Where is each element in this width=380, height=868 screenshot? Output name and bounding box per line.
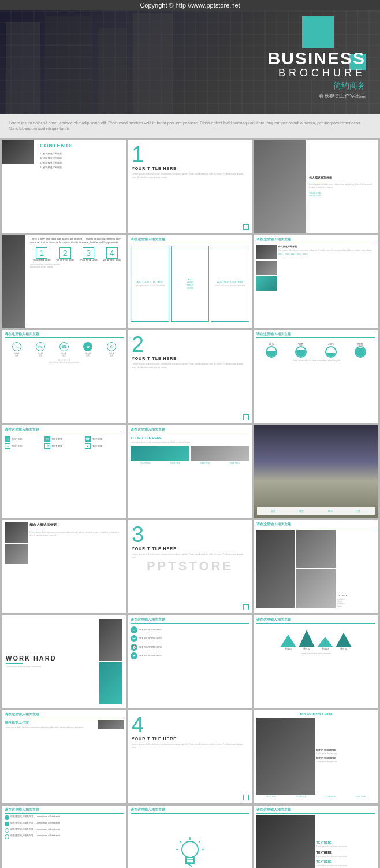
s9-c4-fill <box>356 348 365 357</box>
s8-title: YOUR TITLE HERE <box>132 357 248 361</box>
s20-lorem: Lorem ipsum dolor sit amet, consectetur … <box>132 743 248 750</box>
s9-sub: Lorem ipsum dolor sit amet consectetur a… <box>256 359 375 362</box>
contents-divider <box>40 150 60 150</box>
slide2-lorem: Lorem ipsum dolor sit amet, consectetur … <box>132 172 248 179</box>
s16-p1 <box>99 619 122 661</box>
s16-text: WORK HARD Lorem ipsum dolor sit amet con… <box>6 619 98 705</box>
s22-dot1 <box>5 815 9 820</box>
s11-p2 <box>191 446 249 461</box>
s21-b2: Lorem ipsum dolor sit amet <box>316 761 375 763</box>
svg-rect-3 <box>133 13 173 114</box>
slide-cityphoto: 采买 销售 10% 经营 <box>254 425 378 518</box>
s24-body: Lorem ipsum dolor sit amet consectetur <box>316 845 375 848</box>
s24-body3: Lorem ipsum dolor sit amet consectetur <box>316 865 375 867</box>
svg-line-17 <box>180 841 181 843</box>
s22-dot4 <box>5 834 9 839</box>
s18-header: 请在这里输入相关主题 <box>256 618 375 624</box>
slide-title1: 1 YOUR TITLE HERE Lorem ipsum dolor sit … <box>128 140 252 233</box>
slide-mountains: 请在这里输入相关主题 季度01 季度02 季度03 <box>254 615 378 709</box>
s10-g4-icon: ★ <box>5 443 10 449</box>
s21-b1: Lorem ipsum dolor sit amet <box>316 752 375 755</box>
s4-content: There is only one road that cannot be ch… <box>30 238 124 269</box>
s12-t3: 10% <box>327 510 332 513</box>
s7-i3: ☎ 你大概这里 <box>59 342 69 357</box>
s22-item1: 请在这里输入相关内容，Lorem ipsum dolor sit amet <box>5 815 124 820</box>
s7-i4-icon: ★ <box>83 342 92 351</box>
s13-line <box>29 529 44 529</box>
s9-c3: 10% <box>325 342 337 358</box>
slide-addtitlefull: 请在这里输入相关主题 YOUR TITLE HERE Lorem ipsum d… <box>128 425 252 518</box>
s7-icons-row: ⌂ 你大概这里 ✉ 你大概这里 ☎ 你大概这里 ★ 你大概这里 <box>5 342 124 357</box>
s4-nums-row: 1 YOUR TITLE HERE 2 YOUR TITLE HERE 3 YO… <box>30 247 124 262</box>
s15-c2a <box>296 530 335 568</box>
s11-p1 <box>131 446 189 461</box>
s10-g5: ⚙ TEXTHERE <box>44 443 83 449</box>
s12-text-box: 采买 销售 10% 经营 <box>257 507 375 515</box>
cover-text-block: BUSINESS BROCHURE 简约商务 春秋视觉工作室出品 <box>268 50 366 100</box>
s12-t1: 采买 <box>271 510 275 513</box>
s11-content: YOUR TITLE HERE Lorem ipsum dolor sit am… <box>131 436 249 461</box>
s12-overlay: 采买 销售 10% 经营 <box>254 425 378 518</box>
s6-header: 请在这里输入相关主题 <box>256 238 375 243</box>
s11-header: 请在这里输入相关主题 <box>131 428 249 433</box>
s6-p3 <box>256 276 277 291</box>
s17-i2: ✉ <box>131 635 137 642</box>
s17-i3-text: SEE YOUR TITLE HERE <box>139 646 162 648</box>
s6-p2 <box>256 261 277 275</box>
s10-grid: ⌂ TEXTHERE ✉ TEXTHERE ☎ TEXTHERE ★ TEXTH… <box>5 436 124 449</box>
s11-body: Lorem ipsum dolor sit amet consectetur a… <box>131 441 249 444</box>
cover-title-chinese: 简约商务 <box>268 81 366 91</box>
slide1-content: CONTENTS 01 你大概这样写标题02 你大概这样写标题03 你大概这样写… <box>40 143 123 170</box>
s17-item2: ✉ SEE YOUR TITLE HERE <box>131 635 249 642</box>
s23-header: 请在这里输入相关主题 <box>131 808 249 814</box>
s22-item3: 请在这里输入相关内容，Lorem ipsum dolor sit amet <box>5 828 124 833</box>
s10-g3-text: TEXTHERE <box>92 438 103 440</box>
slide-photocols: 请在这里输入相关主题 1 2 3 4 5 6 你大概这样写标题你大概这样写标题 <box>254 520 378 613</box>
s4-quote: There is only one road that cannot be ch… <box>30 238 124 246</box>
slide-4nums: There is only one road that cannot be ch… <box>2 235 126 328</box>
s11-photo-row <box>131 446 249 461</box>
s18-m3-label: 季度03 <box>317 648 333 650</box>
s9-c2-circle <box>295 346 307 358</box>
cover-subtitle-chinese: 春秋视觉工作室出品 <box>268 92 366 100</box>
s4-photo <box>2 235 25 328</box>
s6-p1 <box>256 245 277 259</box>
s7-sub: 输入人相关文字Lorem ipsum dolor sit amet consec… <box>5 359 124 363</box>
s13-p2 <box>5 544 28 564</box>
s4-n1: 1 YOUR TITLE HERE <box>33 247 51 262</box>
s3-text: 你大概这样写标题 Lorem ipsum dolor sit amet cons… <box>306 140 378 233</box>
s3-line <box>309 181 323 181</box>
s13-title: 概念大概这关键词 <box>29 522 124 528</box>
s18-sub: Lorem ipsum dolor sit amet consectetur <box>256 652 375 655</box>
s4-n2-label: YOUR TITLE HERE <box>56 259 74 262</box>
s10-g6: ♦ TEXTHERE <box>85 443 124 449</box>
s11-title: YOUR TITLE HERE <box>131 436 249 440</box>
slide-icongrid: 请在这里输入相关主题 ⌂ TEXTHERE ✉ TEXTHERE ☎ TEXTH… <box>2 425 126 518</box>
s10-g1-icon: ⌂ <box>5 436 10 442</box>
s9-c1-circle <box>266 346 277 358</box>
s5-header: 请在这里输入相关主题 <box>131 238 249 243</box>
s23-bulb-area <box>131 815 249 869</box>
slide-company: 请在这里输入相关主题 春秋视觉工作室 Lorem ipsum dolor sit… <box>2 710 126 803</box>
s11-l2: YOUR TITLE <box>170 462 180 465</box>
slide-concept: 概念大概这关键词 Lorem ipsum dolor sit amet cons… <box>2 520 126 613</box>
s15-header: 请在这里输入相关主题 <box>256 522 375 528</box>
s17-i1-text: SEE YOUR TITLE HERE <box>139 629 162 631</box>
page-wrapper: Copyright © http://www.pptstore.net <box>0 0 380 868</box>
s7-i1-label: 你大概这里 <box>12 352 21 357</box>
s10-g3: ☎ TEXTHERE <box>85 436 124 442</box>
s18-m2-tri <box>299 630 315 647</box>
s8-lorem: Lorem ipsum dolor sit amet, consectetur … <box>132 362 248 369</box>
s7-i5: ⚙ 你大概这里 <box>107 342 116 357</box>
s17-item3: ⏰ SEE YOUR TITLE HERE <box>131 644 249 651</box>
s19-photo <box>98 720 124 729</box>
s24-title3: TEXTHERE <box>316 860 375 863</box>
s9-c4: 经营 <box>355 342 366 358</box>
cover-bottom-strip: Lorem ipsum dolor sit amet, consectetur … <box>0 114 380 138</box>
s7-i4: ★ 你大概这里 <box>83 342 92 357</box>
s4-n4: 4 YOUR TITLE HERE <box>103 247 121 262</box>
s10-g4-text: TEXTHERE <box>12 445 23 447</box>
slide2-title: YOUR TITLE HERE <box>132 166 248 170</box>
s4-n4-num: 4 <box>106 247 118 259</box>
s21-bl1: YOUR TITLE <box>266 796 277 798</box>
